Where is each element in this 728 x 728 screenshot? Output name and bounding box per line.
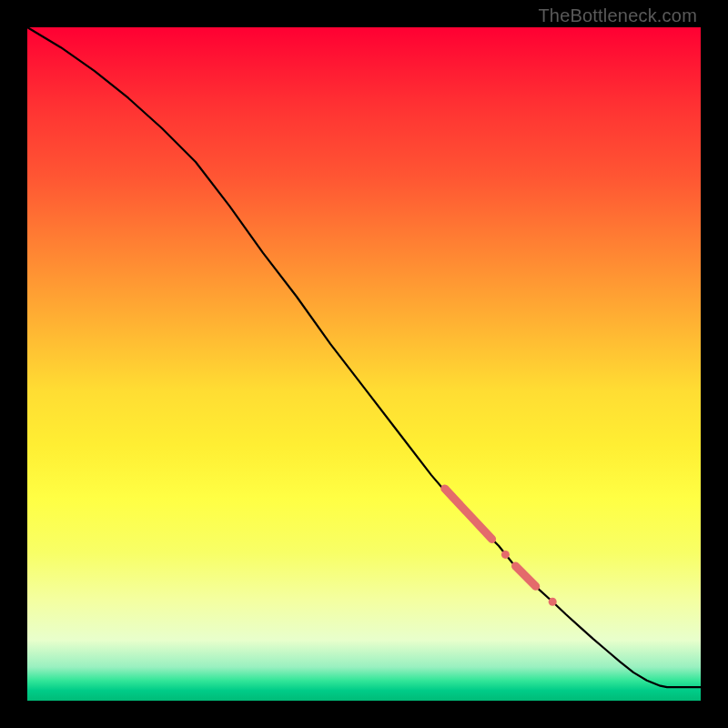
marker-segment bbox=[445, 489, 492, 540]
plot-area bbox=[27, 27, 701, 701]
curve-line bbox=[27, 27, 701, 687]
marker-segment bbox=[516, 566, 536, 586]
watermark-text: TheBottleneck.com bbox=[538, 5, 697, 26]
marker-dot bbox=[549, 598, 557, 606]
marker-dot bbox=[501, 551, 510, 559]
chart-frame: TheBottleneck.com bbox=[0, 0, 728, 728]
curve-svg bbox=[27, 27, 701, 701]
